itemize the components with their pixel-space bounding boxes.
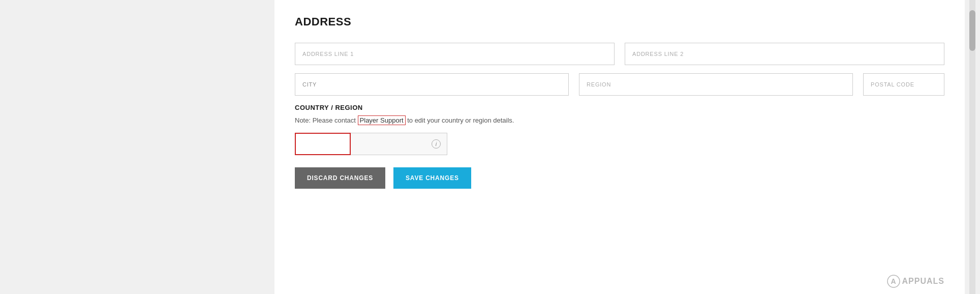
right-panel [965,0,980,294]
region-field [579,73,853,96]
save-button[interactable]: SAVE CHANGES [393,167,471,189]
left-panel [0,0,274,294]
appuals-logo-icon: A [887,275,900,288]
discard-button[interactable]: DISCARD CHANGES [295,167,385,189]
page-title: ADDRESS [295,15,944,28]
appuals-watermark: A APPUALS [887,275,944,288]
city-field [295,73,569,96]
country-dropdown-right: i [351,133,447,155]
country-note: Note: Please contact Player Support to e… [295,115,944,126]
watermark-text: APPUALS [902,277,944,286]
note-prefix: Note: Please contact [295,116,358,124]
country-section: COUNTRY / REGION Note: Please contact Pl… [295,104,944,155]
address-row-2 [295,73,944,96]
city-input[interactable] [295,73,569,96]
main-content: ADDRESS COUNTRY / REGION Note: Please co… [274,0,965,294]
postal-code-input[interactable] [863,73,944,96]
note-suffix: to edit your country or region details. [406,116,514,124]
svg-text:A: A [891,277,896,285]
country-input[interactable] [295,133,351,155]
player-support-link[interactable]: Player Support [358,115,406,125]
postal-code-field [863,73,944,96]
scrollbar-thumb[interactable] [969,10,975,51]
address-line2-input[interactable] [625,43,944,65]
buttons-row: DISCARD CHANGES SAVE CHANGES [295,167,944,189]
country-label: COUNTRY / REGION [295,104,944,111]
region-input[interactable] [579,73,853,96]
address-line1-input[interactable] [295,43,615,65]
address-row-1 [295,43,944,65]
country-dropdown-row: i [295,133,447,155]
scrollbar-track[interactable] [969,0,975,294]
address-line2-field [625,43,944,65]
address-line1-field [295,43,615,65]
info-icon[interactable]: i [432,139,441,149]
